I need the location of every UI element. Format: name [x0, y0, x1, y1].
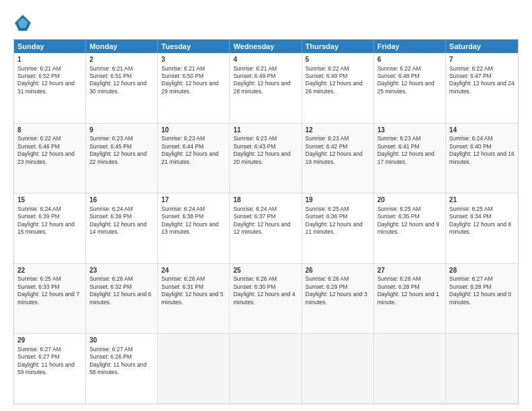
calendar-row-4: 22Sunrise: 6:25 AM Sunset: 6:33 PM Dayli…: [14, 264, 518, 334]
day-info: Sunrise: 6:24 AM Sunset: 6:39 PM Dayligh…: [17, 205, 75, 235]
day-number: 3: [161, 55, 226, 64]
day-number: 18: [233, 195, 298, 205]
day-number: 12: [306, 126, 370, 135]
cal-cell-5-6: [374, 334, 446, 404]
day-info: Sunrise: 6:27 AM Sunset: 6:26 PM Dayligh…: [89, 346, 146, 375]
day-info: Sunrise: 6:26 AM Sunset: 6:29 PM Dayligh…: [306, 275, 367, 305]
day-info: Sunrise: 6:24 AM Sunset: 6:37 PM Dayligh…: [233, 205, 290, 235]
day-number: 21: [449, 195, 515, 205]
calendar: SundayMondayTuesdayWednesdayThursdayFrid…: [13, 39, 519, 404]
day-info: Sunrise: 6:23 AM Sunset: 6:44 PM Dayligh…: [161, 135, 218, 165]
cal-cell-5-2: 30Sunrise: 6:27 AM Sunset: 6:26 PM Dayli…: [86, 334, 158, 404]
cal-cell-5-5: [302, 334, 374, 404]
cal-cell-2-2: 9Sunrise: 6:23 AM Sunset: 6:45 PM Daylig…: [86, 124, 158, 193]
cal-cell-4-4: 25Sunrise: 6:26 AM Sunset: 6:30 PM Dayli…: [230, 264, 302, 334]
day-header-friday: Friday: [374, 40, 446, 53]
cal-cell-3-1: 15Sunrise: 6:24 AM Sunset: 6:39 PM Dayli…: [14, 193, 86, 263]
day-info: Sunrise: 6:23 AM Sunset: 6:43 PM Dayligh…: [233, 135, 290, 165]
cal-cell-2-7: 14Sunrise: 6:24 AM Sunset: 6:40 PM Dayli…: [446, 124, 518, 193]
day-number: 9: [89, 126, 154, 135]
day-info: Sunrise: 6:25 AM Sunset: 6:34 PM Dayligh…: [449, 205, 511, 235]
calendar-header: SundayMondayTuesdayWednesdayThursdayFrid…: [14, 40, 518, 53]
calendar-row-3: 15Sunrise: 6:24 AM Sunset: 6:39 PM Dayli…: [14, 193, 518, 264]
day-number: 22: [17, 266, 82, 275]
day-info: Sunrise: 6:22 AM Sunset: 6:46 PM Dayligh…: [17, 135, 75, 165]
cal-cell-3-7: 21Sunrise: 6:25 AM Sunset: 6:34 PM Dayli…: [446, 193, 518, 263]
day-number: 5: [306, 55, 370, 64]
calendar-body: 1Sunrise: 6:21 AM Sunset: 6:52 PM Daylig…: [14, 53, 518, 404]
day-number: 1: [17, 55, 82, 64]
cal-cell-4-1: 22Sunrise: 6:25 AM Sunset: 6:33 PM Dayli…: [14, 264, 86, 334]
day-info: Sunrise: 6:23 AM Sunset: 6:42 PM Dayligh…: [306, 135, 363, 165]
day-info: Sunrise: 6:26 AM Sunset: 6:30 PM Dayligh…: [233, 275, 295, 305]
cal-cell-4-7: 28Sunrise: 6:27 AM Sunset: 6:28 PM Dayli…: [446, 264, 518, 334]
day-number: 30: [89, 336, 154, 345]
cal-cell-5-4: [230, 334, 302, 404]
day-number: 2: [89, 55, 154, 64]
day-info: Sunrise: 6:24 AM Sunset: 6:39 PM Dayligh…: [89, 205, 146, 235]
calendar-row-2: 8Sunrise: 6:22 AM Sunset: 6:46 PM Daylig…: [14, 124, 518, 194]
cal-cell-2-4: 11Sunrise: 6:23 AM Sunset: 6:43 PM Dayli…: [230, 124, 302, 193]
day-number: 29: [17, 336, 82, 345]
cal-cell-2-6: 13Sunrise: 6:23 AM Sunset: 6:41 PM Dayli…: [374, 124, 446, 193]
calendar-row-5: 29Sunrise: 6:27 AM Sunset: 6:27 PM Dayli…: [14, 334, 518, 404]
day-number: 13: [378, 126, 442, 135]
cal-cell-4-3: 24Sunrise: 6:26 AM Sunset: 6:31 PM Dayli…: [158, 264, 230, 334]
day-number: 17: [161, 195, 226, 205]
day-number: 14: [449, 126, 515, 135]
cal-cell-4-2: 23Sunrise: 6:26 AM Sunset: 6:32 PM Dayli…: [86, 264, 158, 334]
cal-cell-2-1: 8Sunrise: 6:22 AM Sunset: 6:46 PM Daylig…: [14, 124, 86, 193]
cal-cell-4-5: 26Sunrise: 6:26 AM Sunset: 6:29 PM Dayli…: [302, 264, 374, 334]
day-header-sunday: Sunday: [14, 40, 86, 53]
day-number: 19: [306, 195, 370, 205]
day-info: Sunrise: 6:26 AM Sunset: 6:31 PM Dayligh…: [161, 275, 223, 305]
day-info: Sunrise: 6:21 AM Sunset: 6:50 PM Dayligh…: [161, 65, 218, 95]
cal-cell-1-5: 5Sunrise: 6:22 AM Sunset: 6:49 PM Daylig…: [302, 53, 374, 123]
day-info: Sunrise: 6:27 AM Sunset: 6:27 PM Dayligh…: [17, 346, 75, 375]
day-number: 8: [17, 126, 82, 135]
day-info: Sunrise: 6:24 AM Sunset: 6:38 PM Dayligh…: [161, 205, 218, 235]
cal-cell-2-3: 10Sunrise: 6:23 AM Sunset: 6:44 PM Dayli…: [158, 124, 230, 193]
day-info: Sunrise: 6:23 AM Sunset: 6:45 PM Dayligh…: [89, 135, 146, 165]
cal-cell-1-6: 6Sunrise: 6:22 AM Sunset: 6:48 PM Daylig…: [374, 53, 446, 123]
day-info: Sunrise: 6:25 AM Sunset: 6:36 PM Dayligh…: [306, 205, 363, 235]
day-info: Sunrise: 6:22 AM Sunset: 6:48 PM Dayligh…: [378, 65, 435, 95]
day-number: 10: [161, 126, 226, 135]
day-number: 6: [378, 55, 442, 64]
day-header-tuesday: Tuesday: [158, 40, 230, 53]
cal-cell-1-2: 2Sunrise: 6:21 AM Sunset: 6:51 PM Daylig…: [86, 53, 158, 123]
day-info: Sunrise: 6:26 AM Sunset: 6:28 PM Dayligh…: [378, 275, 439, 305]
day-number: 11: [233, 126, 298, 135]
cal-cell-1-7: 7Sunrise: 6:22 AM Sunset: 6:47 PM Daylig…: [446, 53, 518, 123]
day-info: Sunrise: 6:27 AM Sunset: 6:28 PM Dayligh…: [449, 275, 511, 305]
day-number: 4: [233, 55, 298, 64]
day-number: 20: [378, 195, 442, 205]
day-number: 15: [17, 195, 82, 205]
day-number: 24: [161, 266, 226, 275]
cal-cell-3-4: 18Sunrise: 6:24 AM Sunset: 6:37 PM Dayli…: [230, 193, 302, 263]
day-info: Sunrise: 6:21 AM Sunset: 6:51 PM Dayligh…: [89, 65, 146, 95]
day-info: Sunrise: 6:26 AM Sunset: 6:32 PM Dayligh…: [89, 275, 151, 305]
day-info: Sunrise: 6:23 AM Sunset: 6:41 PM Dayligh…: [378, 135, 435, 165]
day-header-wednesday: Wednesday: [230, 40, 302, 53]
day-number: 7: [449, 55, 515, 64]
day-number: 16: [89, 195, 154, 205]
page: SundayMondayTuesdayWednesdayThursdayFrid…: [0, 0, 532, 411]
day-number: 27: [378, 266, 442, 275]
day-number: 23: [89, 266, 154, 275]
cal-cell-3-2: 16Sunrise: 6:24 AM Sunset: 6:39 PM Dayli…: [86, 193, 158, 263]
cal-cell-5-7: [446, 334, 518, 404]
cal-cell-5-3: [158, 334, 230, 404]
day-number: 28: [449, 266, 515, 275]
day-info: Sunrise: 6:21 AM Sunset: 6:52 PM Dayligh…: [17, 65, 75, 95]
day-header-thursday: Thursday: [302, 40, 374, 53]
day-info: Sunrise: 6:22 AM Sunset: 6:49 PM Dayligh…: [306, 65, 363, 95]
calendar-row-1: 1Sunrise: 6:21 AM Sunset: 6:52 PM Daylig…: [14, 53, 518, 124]
day-info: Sunrise: 6:21 AM Sunset: 6:49 PM Dayligh…: [233, 65, 290, 95]
logo-icon: [13, 13, 32, 32]
cal-cell-5-1: 29Sunrise: 6:27 AM Sunset: 6:27 PM Dayli…: [14, 334, 86, 404]
day-number: 25: [233, 266, 298, 275]
cal-cell-4-6: 27Sunrise: 6:26 AM Sunset: 6:28 PM Dayli…: [374, 264, 446, 334]
day-info: Sunrise: 6:25 AM Sunset: 6:35 PM Dayligh…: [378, 205, 439, 235]
cal-cell-3-6: 20Sunrise: 6:25 AM Sunset: 6:35 PM Dayli…: [374, 193, 446, 263]
